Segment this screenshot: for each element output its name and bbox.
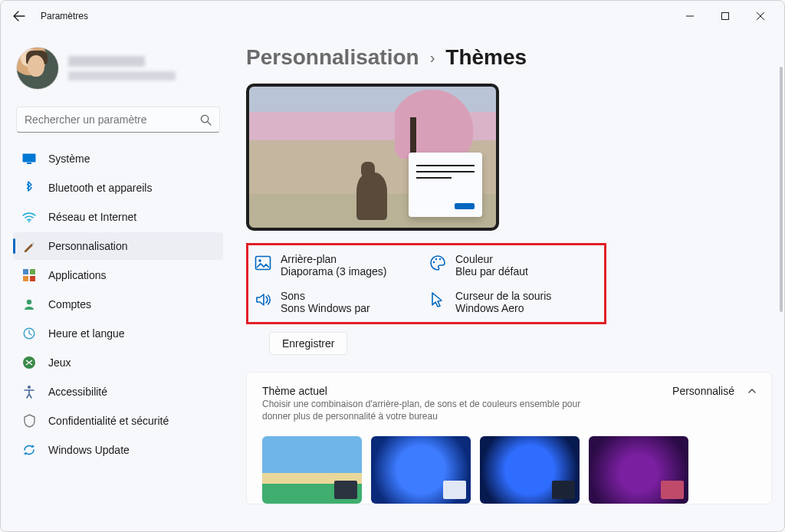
- prop-value: Bleu par défaut: [455, 265, 528, 277]
- chevron-right-icon: ›: [430, 49, 435, 67]
- theme-thumbnail-4[interactable]: [589, 436, 688, 504]
- svg-rect-3: [27, 163, 31, 164]
- cursor-icon: [429, 291, 446, 308]
- sidebar: Système Bluetooth et appareils Réseau et…: [1, 31, 231, 532]
- theme-thumbnail-3[interactable]: [480, 436, 580, 504]
- theme-thumbnails: [262, 436, 757, 504]
- nav-label: Personnalisation: [48, 240, 128, 252]
- nav-label: Système: [48, 153, 90, 165]
- nav-label: Heure et langue: [48, 327, 125, 340]
- svg-point-18: [439, 258, 441, 260]
- preview-window-card: [409, 153, 482, 217]
- svg-rect-8: [30, 276, 35, 281]
- theme-properties-grid: Arrière-planDiaporama (3 images) Couleur…: [246, 243, 606, 324]
- speaker-icon: [255, 291, 271, 308]
- nav-item-personalization[interactable]: Personnalisation: [13, 232, 223, 260]
- nav-item-accounts[interactable]: Comptes: [13, 291, 223, 318]
- svg-rect-7: [23, 276, 28, 281]
- nav-item-accessibility[interactable]: Accessibilité: [13, 378, 223, 406]
- apps-icon: [22, 268, 36, 282]
- theme-thumbnail-2[interactable]: [371, 436, 471, 504]
- save-button[interactable]: Enregistrer: [269, 332, 347, 355]
- theme-color-link[interactable]: CouleurBleu par défaut: [429, 253, 595, 277]
- picture-icon: [255, 255, 271, 271]
- accessibility-icon: [22, 385, 36, 399]
- preview-accent-button: [455, 203, 475, 209]
- back-button[interactable]: [7, 4, 31, 28]
- maximize-button[interactable]: [708, 4, 743, 28]
- accounts-icon: [22, 297, 36, 311]
- nav-label: Accessibilité: [48, 386, 107, 398]
- arrow-left-icon: [13, 10, 25, 22]
- minimize-icon: [686, 12, 694, 20]
- prop-title: Curseur de la souris: [455, 290, 551, 302]
- expander-title: Thème actuel: [262, 385, 584, 397]
- nav-label: Réseau et Internet: [48, 211, 136, 223]
- svg-point-15: [258, 259, 261, 262]
- theme-sounds-link[interactable]: SonsSons Windows par: [255, 290, 420, 314]
- nav-list: Système Bluetooth et appareils Réseau et…: [13, 145, 223, 464]
- svg-point-13: [28, 386, 31, 389]
- maximize-icon: [721, 12, 729, 20]
- close-button[interactable]: [743, 4, 778, 28]
- expander-value: Personnalisé: [672, 385, 734, 397]
- close-icon: [757, 12, 764, 20]
- scrollbar[interactable]: [780, 67, 783, 312]
- breadcrumb-parent[interactable]: Personnalisation: [246, 45, 419, 70]
- chevron-up-icon: [747, 386, 757, 396]
- theme-preview: [246, 84, 499, 231]
- theme-thumbnail-1[interactable]: [262, 436, 362, 504]
- svg-point-9: [27, 300, 31, 304]
- prop-title: Arrière-plan: [281, 253, 387, 265]
- prop-title: Sons: [281, 290, 370, 302]
- search-icon: [200, 114, 212, 126]
- avatar: [16, 47, 59, 90]
- search-input[interactable]: [25, 113, 200, 126]
- theme-cursor-link[interactable]: Curseur de la sourisWindows Aero: [429, 290, 595, 314]
- svg-rect-0: [722, 13, 729, 20]
- nav-label: Confidentialité et sécurité: [48, 415, 169, 427]
- nav-item-apps[interactable]: Applications: [13, 261, 223, 289]
- palette-icon: [429, 255, 446, 271]
- preview-tree: [395, 90, 487, 159]
- expander-description: Choisir une combinaison d'arrière-plan, …: [262, 399, 584, 422]
- prop-value: Sons Windows par: [281, 302, 370, 314]
- nav-item-privacy[interactable]: Confidentialité et sécurité: [13, 407, 223, 435]
- nav-item-system[interactable]: Système: [13, 145, 223, 172]
- window-controls: [672, 4, 778, 28]
- window-title: Paramètres: [41, 11, 88, 21]
- update-icon: [22, 443, 36, 457]
- nav-item-gaming[interactable]: Jeux: [13, 349, 223, 376]
- account-email: [68, 71, 176, 80]
- prop-value: Windows Aero: [455, 302, 551, 314]
- svg-point-17: [435, 258, 437, 260]
- search-box[interactable]: [16, 107, 220, 133]
- nav-label: Comptes: [48, 298, 91, 310]
- nav-label: Jeux: [48, 356, 71, 369]
- prop-value: Diaporama (3 images): [281, 265, 387, 277]
- nav-item-time[interactable]: Heure et langue: [13, 320, 223, 347]
- svg-point-4: [28, 221, 30, 222]
- titlebar: Paramètres: [1, 1, 784, 31]
- theme-background-link[interactable]: Arrière-planDiaporama (3 images): [255, 253, 420, 277]
- account-name: [68, 56, 145, 67]
- bluetooth-icon: [22, 181, 36, 195]
- svg-point-16: [433, 261, 435, 263]
- nav-item-bluetooth[interactable]: Bluetooth et appareils: [13, 174, 223, 202]
- svg-rect-5: [23, 269, 28, 274]
- svg-rect-14: [256, 257, 271, 270]
- nav-item-update[interactable]: Windows Update: [13, 436, 223, 464]
- account-block[interactable]: [13, 39, 223, 102]
- svg-rect-6: [30, 269, 35, 274]
- gaming-icon: [22, 356, 36, 369]
- nav-item-network[interactable]: Réseau et Internet: [13, 203, 223, 231]
- preview-deer: [356, 172, 387, 220]
- svg-rect-2: [23, 154, 36, 163]
- time-icon: [22, 327, 36, 340]
- privacy-icon: [22, 414, 36, 428]
- main-panel: Personnalisation › Thèmes Arrière-planDi…: [231, 31, 784, 532]
- current-theme-expander[interactable]: Thème actuel Choisir une combinaison d'a…: [246, 372, 772, 504]
- minimize-button[interactable]: [672, 4, 708, 28]
- network-icon: [22, 210, 36, 224]
- prop-title: Couleur: [455, 253, 528, 265]
